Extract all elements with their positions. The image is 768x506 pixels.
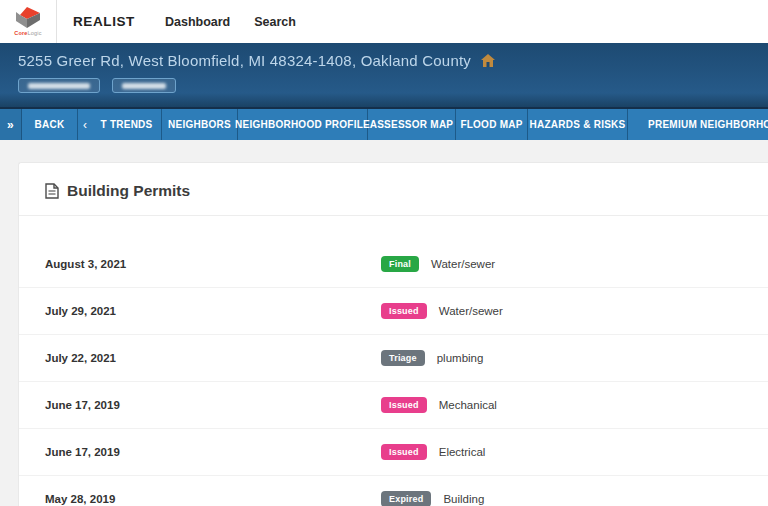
property-header: 5255 Greer Rd, West Bloomfield, MI 48324… (0, 43, 768, 107)
status-badge: Issued (381, 444, 427, 460)
nav-dashboard[interactable]: Dashboard (165, 15, 230, 29)
redacted-button-2[interactable] (112, 78, 176, 93)
corelogic-logo-text: CoreLogic (14, 30, 42, 36)
app-title: REALIST (73, 14, 135, 29)
report-tab-bar: » BACK ‹ T TRENDS NEIGHBORS NEIGHBORHOOD… (0, 107, 768, 140)
property-address: 5255 Greer Rd, West Bloomfield, MI 48324… (18, 52, 471, 69)
tab-flood-map[interactable]: FLOOD MAP (456, 109, 528, 140)
tab-neighborhood-profile[interactable]: NEIGHBORHOOD PROFILE (238, 109, 368, 140)
status-badge: Expired (381, 491, 431, 506)
corelogic-logo-icon (14, 7, 42, 29)
permit-date: August 3, 2021 (45, 258, 381, 270)
permit-type: plumbing (437, 352, 484, 364)
document-icon (45, 183, 59, 199)
permit-row: August 3, 2021 Final Water/sewer (19, 240, 768, 287)
page-title: Building Permits (67, 182, 190, 200)
permit-date: May 28, 2019 (45, 493, 381, 505)
redacted-button-1[interactable] (18, 78, 100, 93)
permit-row: July 29, 2021 Issued Water/sewer (19, 287, 768, 334)
permit-row: May 28, 2019 Expired Building (19, 475, 768, 506)
tab-back[interactable]: BACK (22, 109, 78, 140)
permit-date: June 17, 2019 (45, 399, 381, 411)
status-badge: Issued (381, 303, 427, 319)
status-badge: Issued (381, 397, 427, 413)
nav-search[interactable]: Search (254, 15, 296, 29)
tab-market-trends[interactable]: T TRENDS (92, 109, 162, 140)
top-navigation: Dashboard Search (165, 15, 296, 29)
permit-date: July 22, 2021 (45, 352, 381, 364)
tab-hazards-risks[interactable]: HAZARDS & RISKS (528, 109, 628, 140)
tab-premium-neighborhood[interactable]: PREMIUM NEIGHBORHOOD (628, 109, 768, 140)
permit-type: Mechanical (439, 399, 497, 411)
permit-date: June 17, 2019 (45, 446, 381, 458)
status-badge: Final (381, 256, 419, 272)
redacted-label (122, 83, 166, 89)
house-icon[interactable] (481, 54, 495, 67)
header-action-buttons (18, 78, 750, 93)
permit-list: August 3, 2021 Final Water/sewer July 29… (19, 216, 768, 506)
top-bar: CoreLogic REALIST Dashboard Search (0, 0, 768, 43)
permit-row: June 17, 2019 Issued Electrical (19, 428, 768, 475)
redacted-label (28, 83, 90, 89)
permit-date: July 29, 2021 (45, 305, 381, 317)
expand-tabs-icon[interactable]: » (0, 109, 22, 140)
permit-type: Water/sewer (431, 258, 495, 270)
building-permits-card: Building Permits August 3, 2021 Final Wa… (18, 162, 768, 506)
permit-type: Building (443, 493, 484, 505)
status-badge: Triage (381, 350, 425, 366)
permit-row: July 22, 2021 Triage plumbing (19, 334, 768, 381)
chevron-left-icon[interactable]: ‹ (78, 109, 92, 140)
permit-type: Electrical (439, 446, 486, 458)
card-header: Building Permits (19, 163, 768, 216)
main-content: Building Permits August 3, 2021 Final Wa… (0, 162, 768, 506)
tab-assessor-map[interactable]: ASSESSOR MAP (368, 109, 456, 140)
tab-neighbors[interactable]: NEIGHBORS (162, 109, 238, 140)
permit-row: June 17, 2019 Issued Mechanical (19, 381, 768, 428)
permit-type: Water/sewer (439, 305, 503, 317)
corelogic-logo: CoreLogic (0, 0, 57, 43)
